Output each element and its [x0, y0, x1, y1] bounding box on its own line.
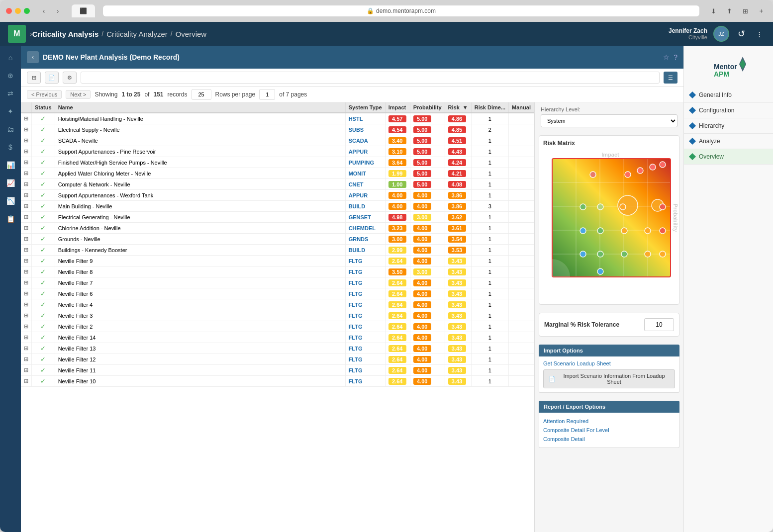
nav-folder-icon[interactable]: 🗂 [2, 121, 18, 137]
row-icon-cell[interactable]: ⊞ [21, 277, 32, 288]
row-systype-cell[interactable]: FLTG [345, 343, 385, 354]
row-icon-cell[interactable]: ⊞ [21, 332, 32, 343]
col-header-name[interactable]: Name [55, 102, 345, 113]
row-systype-cell[interactable]: SCADA [345, 135, 385, 146]
systype-link[interactable]: APPUR [349, 149, 368, 155]
row-icon-cell[interactable]: ⊞ [21, 223, 32, 234]
share-icon[interactable]: ⬆ [723, 5, 735, 17]
plus-icon[interactable]: ＋ [755, 5, 767, 17]
systype-link[interactable]: GENSET [349, 214, 371, 220]
row-systype-cell[interactable]: FLTG [345, 310, 385, 321]
nav-globe-icon[interactable]: ⊕ [2, 68, 18, 84]
report-link-attention[interactable]: Attention Required [543, 417, 675, 426]
minimize-dot[interactable] [15, 8, 21, 14]
nav-line-icon[interactable]: 📉 [2, 193, 18, 209]
row-systype-cell[interactable]: HSTL [345, 113, 385, 124]
col-header-riskdim[interactable]: Risk Dime... [471, 102, 508, 113]
row-systype-cell[interactable]: FLTG [345, 256, 385, 266]
nav-bar-icon[interactable]: 📈 [2, 175, 18, 191]
row-systype-cell[interactable]: APPUR [345, 190, 385, 201]
report-link-composite[interactable]: Composite Detail [543, 435, 675, 443]
row-systype-cell[interactable]: APPUR [345, 146, 385, 157]
row-systype-cell[interactable]: CNET [345, 179, 385, 190]
systype-link[interactable]: CHEMDEL [349, 225, 376, 231]
rows-per-page-input[interactable] [192, 89, 211, 100]
systype-link[interactable]: FLTG [349, 356, 363, 362]
nav-general-info[interactable]: General Info [684, 88, 773, 103]
row-systype-cell[interactable]: GRNDS [345, 234, 385, 245]
col-header-manual[interactable]: Manual [509, 102, 534, 113]
row-icon-cell[interactable]: ⊞ [21, 234, 32, 245]
systype-link[interactable]: FLTG [349, 367, 363, 373]
nav-home-icon[interactable]: ⌂ [2, 50, 18, 66]
row-icon-cell[interactable]: ⊞ [21, 288, 32, 299]
row-icon-cell[interactable]: ⊞ [21, 299, 32, 310]
row-icon-cell[interactable]: ⊞ [21, 256, 32, 266]
row-icon-cell[interactable]: ⊞ [21, 168, 32, 179]
row-icon-cell[interactable]: ⊞ [21, 365, 32, 376]
row-icon-cell[interactable]: ⊞ [21, 354, 32, 365]
row-systype-cell[interactable]: PUMPING [345, 157, 385, 168]
systype-link[interactable]: SCADA [349, 138, 368, 144]
forward-nav-button[interactable]: › [52, 5, 64, 17]
user-avatar[interactable]: JZ [713, 26, 729, 42]
row-icon-cell[interactable]: ⊞ [21, 201, 32, 212]
back-nav-button[interactable]: ‹ [38, 5, 50, 17]
col-header-impact[interactable]: Impact [385, 102, 410, 113]
row-systype-cell[interactable]: BUILD [345, 201, 385, 212]
nav-analyze[interactable]: Analyze [684, 134, 773, 149]
row-icon-cell[interactable]: ⊞ [21, 157, 32, 168]
systype-link[interactable]: BUILD [349, 247, 366, 253]
row-systype-cell[interactable]: FLTG [345, 277, 385, 288]
back-button[interactable]: ‹ [27, 51, 39, 63]
col-header-risk[interactable]: Risk ▼ [445, 102, 471, 113]
toolbar-btn-3[interactable]: ⚙ [63, 72, 77, 84]
row-systype-cell[interactable]: FLTG [345, 376, 385, 387]
systype-link[interactable]: HSTL [349, 116, 363, 122]
systype-link[interactable]: SUBS [349, 127, 364, 133]
nav-configuration[interactable]: Configuration [684, 103, 773, 118]
get-loadup-link[interactable]: Get Scenario Loadup Sheet [543, 360, 675, 366]
prev-page-button[interactable]: < Previous [27, 90, 62, 99]
row-systype-cell[interactable]: FLTG [345, 321, 385, 332]
nav-arrows-icon[interactable]: ⇄ [2, 86, 18, 101]
nav-chart-icon[interactable]: 📊 [2, 157, 18, 173]
systype-link[interactable]: BUILD [349, 203, 366, 209]
row-icon-cell[interactable]: ⊞ [21, 343, 32, 354]
hierarchy-select[interactable]: System [541, 114, 677, 127]
nav-dollar-icon[interactable]: $ [2, 139, 18, 155]
systype-link[interactable]: FLTG [349, 378, 363, 384]
row-icon-cell[interactable]: ⊞ [21, 190, 32, 201]
systype-link[interactable]: FLTG [349, 324, 363, 330]
systype-link[interactable]: PUMPING [349, 160, 374, 166]
nav-network-icon[interactable]: ✦ [2, 103, 18, 119]
marginal-risk-input[interactable] [644, 318, 674, 331]
row-systype-cell[interactable]: BUILD [345, 245, 385, 256]
menu-dots-icon[interactable]: ⋮ [753, 28, 765, 40]
toolbar-btn-2[interactable]: 📄 [45, 72, 59, 84]
row-icon-cell[interactable]: ⊞ [21, 245, 32, 256]
import-scenario-button[interactable]: 📄 Import Scenario Information From Loadu… [543, 369, 675, 388]
row-icon-cell[interactable]: ⊞ [21, 135, 32, 146]
row-systype-cell[interactable]: FLTG [345, 354, 385, 365]
next-page-button[interactable]: Next > [66, 90, 91, 99]
row-icon-cell[interactable]: ⊞ [21, 146, 32, 157]
grid-icon[interactable]: ⊞ [739, 5, 751, 17]
systype-link[interactable]: FLTG [349, 280, 363, 286]
maximize-dot[interactable] [24, 8, 30, 14]
history-icon[interactable]: ↺ [735, 28, 747, 40]
row-systype-cell[interactable]: FLTG [345, 266, 385, 277]
row-systype-cell[interactable]: GENSET [345, 212, 385, 223]
row-icon-cell[interactable]: ⊞ [21, 124, 32, 135]
col-header-systype[interactable]: System Type [345, 102, 385, 113]
systype-link[interactable]: MONIT [349, 171, 366, 177]
row-systype-cell[interactable]: CHEMDEL [345, 223, 385, 234]
download-icon[interactable]: ⬇ [707, 5, 719, 17]
nav-hierarchy[interactable]: Hierarchy [684, 118, 773, 134]
row-icon-cell[interactable]: ⊞ [21, 310, 32, 321]
row-icon-cell[interactable]: ⊞ [21, 113, 32, 124]
report-link-composite-level[interactable]: Composite Detail For Level [543, 426, 675, 435]
row-icon-cell[interactable]: ⊞ [21, 212, 32, 223]
help-icon[interactable]: ? [674, 53, 677, 61]
toolbar-menu-button[interactable]: ☰ [664, 72, 677, 84]
